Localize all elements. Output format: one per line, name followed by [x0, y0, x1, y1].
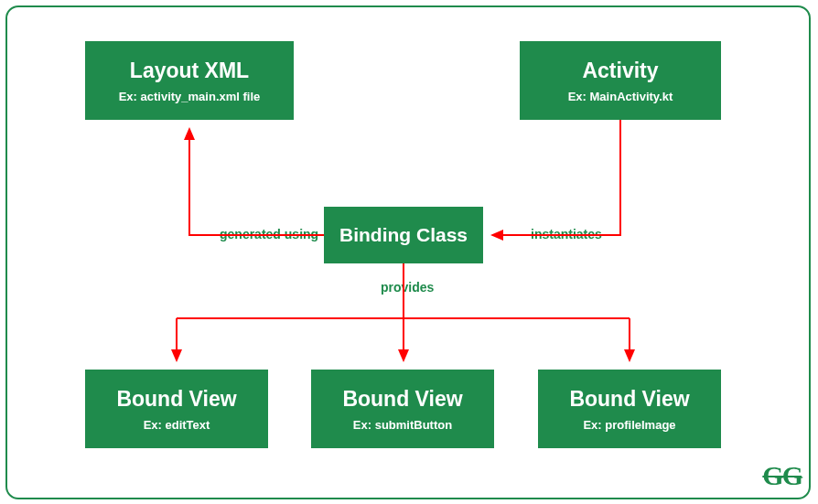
node-subtitle: Ex: MainActivity.kt	[568, 90, 673, 103]
node-title: Bound View	[569, 386, 689, 413]
node-bound-view-3: Bound View Ex: profileImage	[538, 370, 721, 448]
node-bound-view-2: Bound View Ex: submitButton	[311, 370, 494, 448]
node-subtitle: Ex: editText	[144, 418, 210, 432]
node-binding-class: Binding Class	[324, 207, 483, 263]
node-subtitle: Ex: submitButton	[353, 418, 452, 432]
node-subtitle: Ex: profileImage	[583, 418, 675, 432]
node-bound-view-1: Bound View Ex: editText	[85, 370, 268, 448]
edge-label-generated-using: generated using	[220, 227, 318, 241]
node-activity: Activity Ex: MainActivity.kt	[520, 41, 721, 120]
edge-label-provides: provides	[381, 280, 434, 295]
node-title: Activity	[582, 58, 658, 84]
node-subtitle: Ex: activity_main.xml file	[119, 90, 261, 103]
node-title: Layout XML	[130, 58, 249, 84]
gfg-logo: GG	[762, 460, 802, 491]
node-title: Bound View	[116, 386, 236, 413]
node-layout-xml: Layout XML Ex: activity_main.xml file	[85, 41, 294, 120]
diagram-canvas: Layout XML Ex: activity_main.xml file Ac…	[0, 0, 818, 504]
node-title: Bound View	[342, 386, 462, 413]
node-title: Binding Class	[339, 223, 468, 247]
edge-label-instantiates: instantiates	[531, 227, 602, 241]
